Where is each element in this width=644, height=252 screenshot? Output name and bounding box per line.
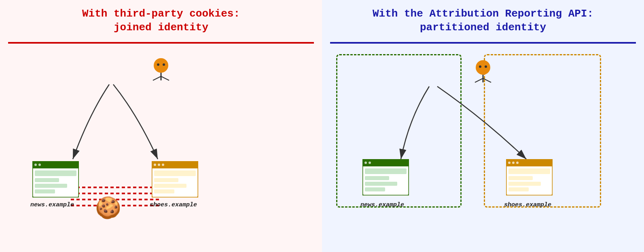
label-shoes-left: shoes.example	[150, 202, 197, 208]
svg-point-25	[162, 164, 164, 166]
svg-rect-26	[154, 170, 196, 176]
svg-rect-19	[35, 189, 55, 193]
left-title: With third-party cookies: joined identit…	[8, 0, 314, 39]
right-title: With the Attribution Reporting API: part…	[330, 0, 636, 39]
cookie-icon: 🍪	[95, 195, 121, 221]
svg-rect-18	[35, 184, 67, 188]
svg-point-40	[364, 162, 367, 164]
left-diagram: 🍪 news.example shoes.example	[8, 50, 314, 244]
svg-rect-52	[508, 168, 550, 174]
svg-point-49	[508, 162, 511, 164]
svg-rect-42	[365, 168, 407, 174]
svg-rect-55	[508, 187, 529, 191]
svg-rect-54	[508, 182, 541, 186]
svg-rect-16	[35, 170, 76, 176]
arrows-right	[330, 50, 636, 244]
label-shoes-right: shoes.example	[504, 202, 551, 208]
right-title-line1: With the Attribution Reporting API:	[373, 8, 593, 20]
svg-rect-44	[365, 182, 397, 186]
svg-rect-17	[35, 178, 59, 182]
svg-rect-27	[154, 178, 178, 182]
svg-rect-28	[154, 184, 186, 188]
right-title-line2: partitioned identity	[420, 21, 546, 34]
red-connection	[8, 50, 314, 244]
svg-point-23	[154, 164, 156, 166]
label-news-left: news.example	[30, 202, 74, 208]
svg-rect-29	[154, 189, 174, 193]
left-title-line2: joined identity	[114, 21, 208, 34]
svg-point-24	[158, 164, 160, 166]
right-diagram: news.example shoes.example	[330, 50, 636, 244]
right-divider	[330, 42, 636, 44]
svg-rect-43	[365, 176, 389, 180]
left-title-line1: With third-party cookies:	[82, 8, 240, 20]
browser-shoes-left	[152, 161, 198, 197]
left-divider	[8, 42, 314, 44]
svg-rect-53	[508, 176, 533, 180]
browser-shoes-right	[506, 159, 553, 195]
browser-news-right	[362, 159, 409, 195]
svg-rect-45	[365, 187, 385, 191]
left-panel: With third-party cookies: joined identit…	[0, 0, 322, 252]
svg-point-41	[369, 162, 371, 164]
svg-point-50	[512, 162, 515, 164]
svg-point-51	[516, 162, 519, 164]
label-news-right: news.example	[360, 202, 404, 208]
right-panel: With the Attribution Reporting API: part…	[322, 0, 644, 252]
svg-point-14	[34, 164, 37, 166]
svg-point-15	[38, 164, 41, 166]
browser-news-left	[32, 161, 79, 197]
